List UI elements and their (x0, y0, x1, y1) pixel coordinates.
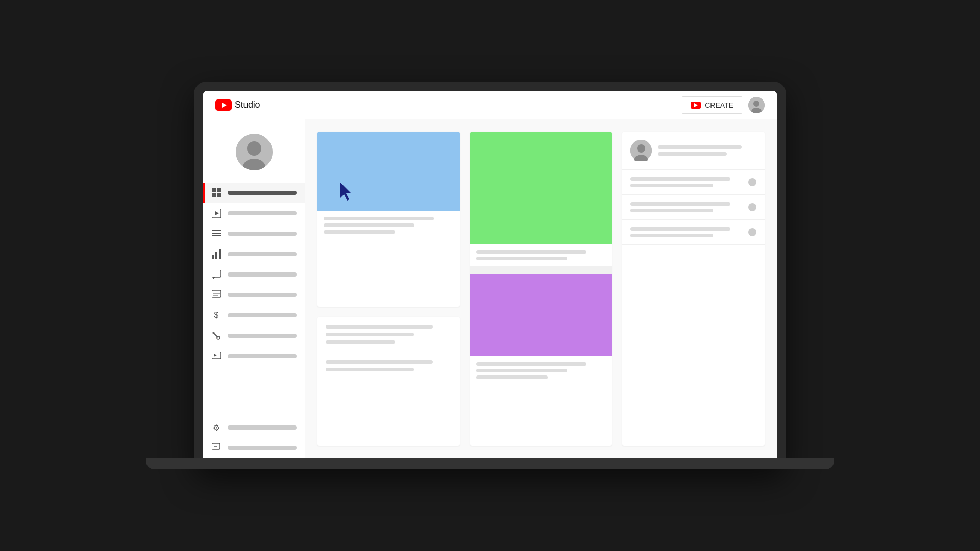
card-3-item-2-line-2 (630, 209, 713, 212)
sidebar-channel-avatar (236, 134, 273, 170)
main-content (305, 119, 777, 458)
header-right: CREATE (682, 96, 765, 114)
content-card-4 (317, 317, 460, 446)
youtube-studio-logo: Studio (215, 99, 260, 111)
sidebar-subtitles-label (228, 293, 297, 297)
sidebar-avatar-section (203, 126, 305, 179)
svg-rect-15 (212, 233, 221, 234)
channel-avatar-icon (236, 134, 273, 170)
sidebar-comments-label (228, 272, 297, 277)
sidebar-item-analytics[interactable] (203, 244, 305, 264)
header: Studio CREATE (203, 91, 777, 119)
sidebar-playlists-label (228, 232, 297, 236)
svg-rect-16 (212, 235, 221, 236)
card-1-line-2 (324, 223, 414, 227)
svg-rect-23 (213, 293, 220, 294)
feedback-icon (211, 443, 222, 453)
sidebar-item-customization[interactable] (203, 325, 305, 346)
sidebar-item-playlists[interactable] (203, 223, 305, 244)
card-3-item-1-line-1 (630, 177, 730, 181)
body-layout: $ (203, 119, 777, 458)
card-3-item-3-line-2 (630, 234, 713, 237)
svg-marker-32 (340, 182, 351, 201)
subtitles-icon (211, 290, 222, 300)
sidebar-customization-label (228, 334, 297, 338)
customization-icon (211, 331, 222, 341)
card-2-divider (470, 266, 612, 274)
content-icon (211, 208, 222, 218)
card-2-line-3 (476, 362, 586, 366)
youtube-icon (215, 99, 232, 111)
svg-rect-22 (212, 290, 221, 297)
card-4-spacer (326, 348, 452, 356)
card-4-line-4 (326, 360, 433, 364)
card-1-thumbnail (317, 132, 460, 211)
svg-point-3 (753, 101, 760, 107)
svg-rect-20 (212, 270, 221, 277)
playlists-icon (211, 229, 222, 239)
sidebar-item-subtitles[interactable] (203, 285, 305, 305)
sidebar-item-feedback[interactable] (203, 438, 305, 458)
sidebar-item-monetization[interactable]: $ (203, 305, 305, 325)
content-card-2 (470, 132, 612, 446)
svg-marker-21 (213, 277, 215, 279)
sidebar: $ (203, 119, 305, 458)
sidebar-item-settings[interactable]: ⚙ (203, 417, 305, 438)
sidebar-item-content[interactable] (203, 203, 305, 223)
svg-rect-11 (217, 193, 221, 197)
audiolib-icon (211, 351, 222, 361)
svg-rect-8 (212, 188, 216, 192)
card-2-details-top (470, 244, 612, 266)
card-4-line-2 (326, 333, 414, 336)
card-2-details-bottom (470, 356, 612, 385)
card-3-profile-header (622, 132, 765, 170)
sidebar-item-dashboard[interactable] (203, 183, 305, 203)
card-3-profile-lines (658, 145, 756, 156)
card-2-line-5 (476, 375, 548, 379)
svg-marker-13 (215, 211, 219, 215)
create-video-icon (691, 102, 701, 109)
content-card-3 (622, 132, 765, 446)
card-2-green-thumbnail (470, 132, 612, 244)
sidebar-content-label (228, 211, 297, 215)
monetization-icon: $ (211, 310, 222, 320)
create-button[interactable]: CREATE (682, 96, 742, 114)
svg-point-34 (637, 144, 645, 153)
card-3-avatar-icon (630, 140, 652, 161)
card-2-purple-thumbnail (470, 274, 612, 356)
sidebar-dashboard-label (228, 191, 297, 195)
card-2-line-1 (476, 250, 586, 254)
analytics-icon (211, 249, 222, 259)
settings-icon: ⚙ (211, 422, 222, 433)
account-avatar-button[interactable] (748, 97, 765, 113)
card-3-list (622, 170, 765, 245)
card-3-item-2-line-1 (630, 202, 730, 206)
card-4-line-1 (326, 325, 433, 329)
sidebar-audiolib-label (228, 354, 297, 358)
card-3-item-3-dot (748, 228, 756, 236)
card-3-item-2-dot (748, 203, 756, 211)
card-2-line-2 (476, 257, 567, 260)
svg-point-26 (217, 336, 220, 339)
svg-rect-17 (212, 255, 214, 259)
laptop-base (146, 458, 835, 469)
svg-rect-19 (219, 249, 221, 259)
card-3-item-1-line-2 (630, 184, 713, 187)
card-2-line-4 (476, 369, 567, 372)
card-4-line-5 (326, 368, 414, 371)
cursor-icon (340, 182, 356, 202)
card-4-line-3 (326, 340, 395, 344)
svg-marker-29 (214, 354, 217, 357)
sidebar-nav-items: $ (203, 183, 305, 413)
card-3-item-2-lines (630, 202, 748, 212)
sidebar-bottom-items: ⚙ (203, 413, 305, 458)
sidebar-item-comments[interactable] (203, 264, 305, 285)
sidebar-item-audiolib[interactable] (203, 346, 305, 366)
card-3-item-1-lines (630, 177, 748, 187)
card-3-item-3-line-1 (630, 227, 730, 231)
laptop-frame: Studio CREATE (194, 82, 786, 469)
header-left: Studio (215, 99, 260, 111)
sidebar-analytics-label (228, 252, 297, 256)
comments-icon (211, 269, 222, 280)
card-3-item-3-lines (630, 227, 748, 237)
